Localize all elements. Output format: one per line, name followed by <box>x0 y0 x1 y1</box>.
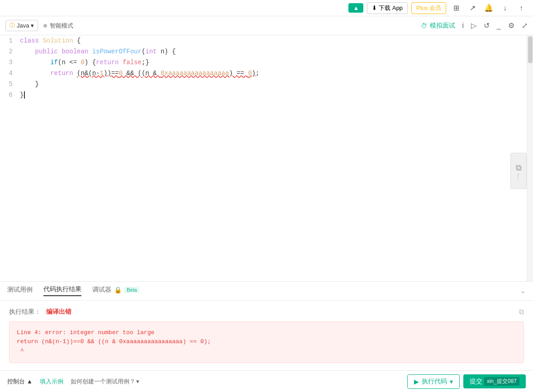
java-icon: ⓘ <box>10 22 15 29</box>
code-line-3: 3 if(n <= 0) {return false;} <box>0 57 527 68</box>
toolbar-right: ⏱ 模拟面试 i ▷ ↺ _ ⚙ ⤢ <box>421 21 528 30</box>
fill-example-button[interactable]: 填入示例 <box>40 378 63 386</box>
chevron-down-icon: ⌄ <box>520 287 526 294</box>
submit-suffix: xin_提交087 <box>484 377 519 386</box>
submit-button[interactable]: 提交 xin_提交087 <box>463 374 526 388</box>
beta-badge: Beta <box>124 287 139 293</box>
clock-icon: ⏱ <box>421 22 427 29</box>
fullscreen-icon[interactable]: ⤢ <box>522 21 528 30</box>
code-line-1: 1 class Solution { <box>0 35 527 46</box>
footer-left: 控制台 ▲ 填入示例 如何创建一个测试用例？ ▾ <box>7 378 139 386</box>
line-content-4: return (n&(n-1))==0 && ((n & 0xaaaaaaaaa… <box>18 68 527 79</box>
terminal-icon[interactable]: _ <box>497 22 501 30</box>
line-content-5: } <box>18 79 527 90</box>
footer-bar: 控制台 ▲ 填入示例 如何创建一个测试用例？ ▾ ▶ 执行代码 ▾ 提交 xin… <box>0 370 533 392</box>
plus-member-button[interactable]: Plus 会员 <box>411 2 446 14</box>
line-number-1: 1 <box>0 35 18 46</box>
code-line-6: 6 } <box>0 90 527 100</box>
tab-collapse-button[interactable]: ⌄ <box>520 287 526 294</box>
footer-right: ▶ 执行代码 ▾ 提交 xin_提交087 <box>407 374 526 389</box>
share-icon[interactable]: ↗ <box>466 2 479 14</box>
line-content-6: } <box>18 90 527 100</box>
how-to-button[interactable]: 如何创建一个测试用例？ ▾ <box>71 378 139 386</box>
bell-icon[interactable]: 🔔 <box>482 2 495 14</box>
error-line-2: return (n&(n-1))==0 && ((n & 0xaaaaaaaaa… <box>17 337 516 347</box>
green-badge: ▲ <box>348 3 363 13</box>
layout-icon[interactable]: ⊞ <box>450 2 462 14</box>
download-icon: ⬇ <box>372 5 377 11</box>
line-number-5: 5 <box>0 79 18 90</box>
run-code-button[interactable]: ▶ 执行代码 ▾ <box>407 374 460 389</box>
result-status: 编译出错 <box>46 308 71 316</box>
run-icon: ▶ <box>414 378 419 385</box>
result-label: 执行结果： <box>9 308 41 316</box>
tab-test-cases[interactable]: 测试用例 <box>7 286 33 296</box>
code-line-5: 5 } <box>0 79 527 90</box>
code-container[interactable]: 1 class Solution { 2 public boolean isPo… <box>0 35 527 281</box>
error-box: Line 4: error: integer number too large … <box>9 321 524 363</box>
line-number-6: 6 <box>0 90 18 100</box>
editor-toolbar: ⓘ Java ▾ 智能模式 ⏱ 模拟面试 i ▷ ↺ _ ⚙ ⤢ <box>0 16 533 35</box>
copy-panel[interactable]: ⧉ ⋮ <box>510 153 527 189</box>
copy-icon: ⧉ <box>516 163 522 173</box>
console-chevron-icon: ▲ <box>27 378 33 385</box>
code-line-2: 2 public boolean isPowerOfFour(int n) { <box>0 46 527 57</box>
bottom-panel: 测试用例 代码执行结果 调试器 🔒 Beta ⌄ 执行结果： 编译出错 ⧉ Li… <box>0 281 533 370</box>
code-table: 1 class Solution { 2 public boolean isPo… <box>0 35 527 100</box>
info-icon[interactable]: i <box>462 22 464 30</box>
run-chevron-icon: ▾ <box>450 378 453 385</box>
lock-icon: 🔒 <box>114 286 122 293</box>
line-number-4: 4 <box>0 68 18 79</box>
tab-exec-result[interactable]: 代码执行结果 <box>43 285 81 296</box>
play-icon[interactable]: ▷ <box>471 21 476 30</box>
arrow-up-icon[interactable]: ↑ <box>515 2 528 14</box>
tab-debugger[interactable]: 调试器 🔒 Beta <box>92 286 139 296</box>
line-number-3: 3 <box>0 57 18 68</box>
how-chevron-icon: ▾ <box>136 378 139 385</box>
reset-icon[interactable]: ↺ <box>484 21 490 30</box>
error-line-1: Line 4: error: integer number too large <box>17 328 516 338</box>
smart-mode-toggle[interactable]: 智能模式 <box>43 22 73 30</box>
chevron-down-icon: ▾ <box>31 22 34 29</box>
editor-scrollbar[interactable] <box>527 35 533 281</box>
settings-icon[interactable]: ⚙ <box>508 21 514 30</box>
code-line-4: 4 return (n&(n-1))==0 && ((n & 0xaaaaaaa… <box>0 68 527 79</box>
scrollbar-thumb <box>528 36 533 63</box>
copy-dots: ⋮ <box>515 173 522 179</box>
top-bar: ▲ ⬇ 下载 App Plus 会员 ⊞ ↗ 🔔 ↓ ↑ <box>0 0 533 16</box>
arrow-down-icon[interactable]: ↓ <box>499 2 511 14</box>
editor-area: 1 class Solution { 2 public boolean isPo… <box>0 35 533 281</box>
simulate-button[interactable]: ⏱ 模拟面试 <box>421 22 455 30</box>
line-content-3: if(n <= 0) {return false;} <box>18 57 527 68</box>
line-content-1: class Solution { <box>18 35 527 46</box>
error-line-3: ^ <box>17 347 516 356</box>
mode-dot <box>43 24 47 28</box>
copy-result-button[interactable]: ⧉ <box>519 308 524 316</box>
result-header: 执行结果： 编译出错 ⧉ <box>9 308 524 316</box>
language-selector[interactable]: ⓘ Java ▾ <box>5 20 38 31</box>
tab-bar: 测试用例 代码执行结果 调试器 🔒 Beta ⌄ <box>0 282 533 301</box>
console-button[interactable]: 控制台 ▲ <box>7 378 33 386</box>
line-content-2: public boolean isPowerOfFour(int n) { <box>18 46 527 57</box>
download-app-button[interactable]: ⬇ 下载 App <box>367 2 408 14</box>
result-area: 执行结果： 编译出错 ⧉ Line 4: error: integer numb… <box>0 301 533 370</box>
line-number-2: 2 <box>0 46 18 57</box>
